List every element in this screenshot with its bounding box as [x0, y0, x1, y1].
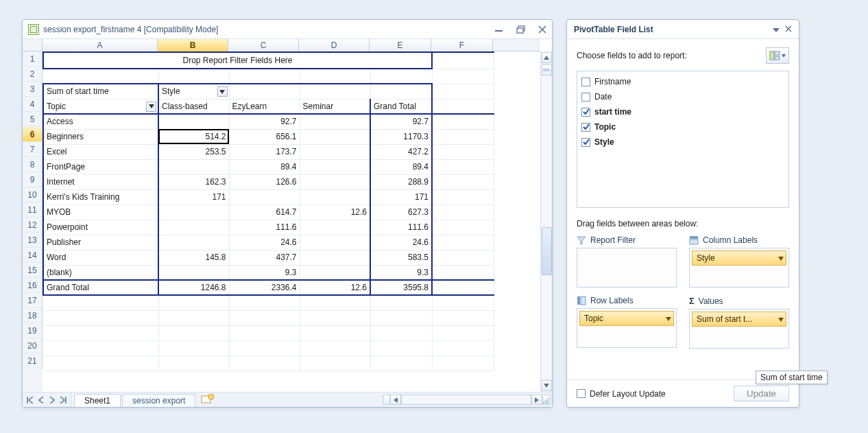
panel-menu-icon[interactable] — [773, 25, 780, 34]
new-sheet-icon[interactable] — [197, 393, 219, 407]
area-vals-box[interactable]: Sum of start t... — [689, 309, 789, 349]
token-sum-start-time[interactable]: Sum of start t... — [692, 312, 786, 327]
row-header-10[interactable]: 10 — [23, 187, 43, 202]
rows-icon — [577, 296, 586, 305]
restore-icon[interactable] — [516, 25, 526, 34]
row-header-17[interactable]: 17 — [23, 293, 43, 308]
col-header-a[interactable]: A — [43, 39, 158, 51]
row-header-2[interactable]: 2 — [23, 67, 43, 82]
window-titlebar[interactable]: session export_firstname 4 [Compatibilit… — [23, 20, 552, 39]
checkbox-icon[interactable] — [581, 138, 590, 147]
resize-grip[interactable] — [542, 395, 551, 405]
area-rows-box[interactable]: Topic — [577, 308, 677, 348]
column-field-dropdown[interactable]: Style — [158, 84, 229, 99]
svg-rect-0 — [495, 30, 503, 32]
active-cell[interactable]: 514.2 — [158, 129, 229, 144]
area-cols-box[interactable]: Style — [689, 248, 789, 288]
scroll-split-button[interactable] — [542, 65, 552, 75]
token-style[interactable]: Style — [692, 250, 786, 266]
chevron-down-icon — [778, 314, 784, 324]
defer-layout-checkbox[interactable] — [577, 389, 586, 398]
horizontal-scrollbar[interactable] — [383, 393, 552, 407]
next-sheet-icon[interactable] — [47, 395, 57, 405]
checkbox-icon[interactable] — [581, 78, 590, 86]
row-header-3[interactable]: 3 — [23, 82, 43, 97]
vertical-scrollbar[interactable] — [540, 51, 552, 392]
col-header-c[interactable]: C — [228, 39, 299, 51]
row-header-8[interactable]: 8 — [23, 157, 43, 172]
token-sum-label: Sum of start t... — [697, 314, 752, 324]
layout-dropdown-button[interactable] — [766, 47, 789, 64]
first-sheet-icon[interactable] — [25, 395, 35, 405]
field-style[interactable]: Style — [581, 134, 784, 150]
columns-icon — [689, 235, 699, 245]
row-header-6[interactable]: 6 — [23, 127, 43, 142]
field-date[interactable]: Date — [581, 89, 784, 104]
col-header-f[interactable]: F — [431, 39, 493, 51]
checkbox-icon[interactable] — [581, 108, 590, 117]
sheet-nav-buttons — [23, 393, 71, 407]
row-header-5[interactable]: 5 — [23, 112, 43, 127]
tab-split-handle[interactable] — [383, 395, 390, 405]
svg-point-7 — [545, 400, 546, 401]
scroll-up-button[interactable] — [542, 52, 552, 63]
field-list[interactable]: FirstnameDatestart timeTopicStyle — [577, 71, 789, 208]
select-all-corner[interactable] — [23, 39, 43, 51]
hscroll-right-button[interactable] — [531, 395, 542, 405]
row-header-12[interactable]: 12 — [23, 218, 43, 233]
field-topic[interactable]: Topic — [581, 119, 784, 134]
row-header-18[interactable]: 18 — [23, 308, 43, 323]
row-header-16[interactable]: 16 — [23, 278, 43, 293]
area-row-labels: Row Labels Topic — [577, 296, 677, 349]
minimize-icon[interactable] — [494, 25, 504, 34]
sheet-tab-bar: Sheet1 session export — [23, 392, 552, 407]
field-firstname[interactable]: Firstname — [581, 74, 784, 89]
cell-grid[interactable]: Drop Report Filter Fields HereSum of sta… — [43, 51, 540, 392]
row-header-14[interactable]: 14 — [23, 248, 43, 263]
row-header-20[interactable]: 20 — [23, 338, 43, 353]
row-header-13[interactable]: 13 — [23, 233, 43, 248]
area-values: ΣValues Sum of start t... — [689, 296, 789, 349]
row-field-dropdown[interactable]: Topic — [43, 99, 158, 114]
sheet-tab-session-export[interactable]: session export — [122, 394, 195, 407]
row-header-21[interactable]: 21 — [23, 353, 43, 368]
chevron-down-icon[interactable] — [217, 86, 228, 97]
field-start-time[interactable]: start time — [581, 104, 784, 119]
scroll-down-button[interactable] — [542, 380, 552, 391]
update-button[interactable]: Update — [734, 386, 789, 401]
row-header-15[interactable]: 15 — [23, 263, 43, 278]
last-sheet-icon[interactable] — [58, 395, 68, 405]
panel-titlebar[interactable]: PivotTable Field List — [567, 20, 799, 39]
field-label: Date — [594, 92, 612, 102]
row-header-4[interactable]: 4 — [23, 97, 43, 112]
chevron-down-icon[interactable] — [146, 102, 156, 112]
col-header-b[interactable]: B — [158, 39, 228, 51]
close-icon[interactable] — [538, 25, 546, 34]
panel-close-icon[interactable] — [785, 25, 792, 34]
checkbox-icon[interactable] — [581, 123, 590, 132]
workbook-window: session export_firstname 4 [Compatibilit… — [22, 19, 553, 408]
area-filter-label: Report Filter — [590, 235, 636, 245]
scroll-track[interactable] — [542, 76, 552, 379]
funnel-icon — [577, 235, 586, 245]
field-label: Firstname — [594, 77, 631, 86]
token-topic[interactable]: Topic — [579, 311, 674, 326]
col-header-e[interactable]: E — [370, 39, 431, 51]
area-filter-box[interactable] — [577, 248, 677, 288]
scroll-thumb[interactable] — [542, 227, 552, 275]
prev-sheet-icon[interactable] — [36, 395, 46, 405]
area-cols-label: Column Labels — [703, 235, 758, 245]
checkbox-icon[interactable] — [581, 93, 590, 102]
area-vals-label: Values — [699, 296, 723, 306]
row-header-7[interactable]: 7 — [23, 142, 43, 157]
row-header-11[interactable]: 11 — [23, 202, 43, 218]
token-style-label: Style — [697, 253, 715, 263]
row-header-9[interactable]: 9 — [23, 172, 43, 187]
report-filter-dropzone[interactable]: Drop Report Filter Fields Here — [43, 52, 432, 69]
sheet-tab-sheet1[interactable]: Sheet1 — [74, 394, 121, 407]
row-header-1[interactable]: 1 — [23, 51, 43, 67]
hscroll-track[interactable] — [401, 395, 531, 405]
hscroll-left-button[interactable] — [390, 395, 401, 405]
row-header-19[interactable]: 19 — [23, 323, 43, 338]
col-header-d[interactable]: D — [299, 39, 370, 51]
